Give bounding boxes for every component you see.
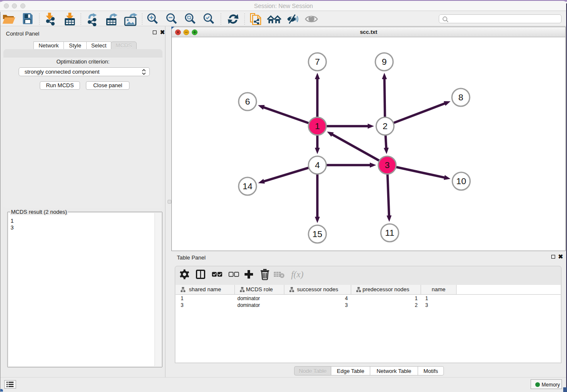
svg-text:7: 7 xyxy=(315,57,320,66)
svg-text:10: 10 xyxy=(456,176,466,186)
svg-text:15: 15 xyxy=(312,229,322,239)
svg-text:1: 1 xyxy=(315,121,320,131)
svg-text:4: 4 xyxy=(315,160,320,170)
svg-text:11: 11 xyxy=(385,228,394,237)
svg-text:6: 6 xyxy=(245,97,250,106)
svg-text:14: 14 xyxy=(242,181,253,191)
svg-text:9: 9 xyxy=(382,57,387,66)
svg-text:3: 3 xyxy=(385,160,390,170)
svg-text:2: 2 xyxy=(383,121,388,131)
svg-text:f(x): f(x) xyxy=(291,269,303,279)
svg-text:8: 8 xyxy=(458,92,463,102)
